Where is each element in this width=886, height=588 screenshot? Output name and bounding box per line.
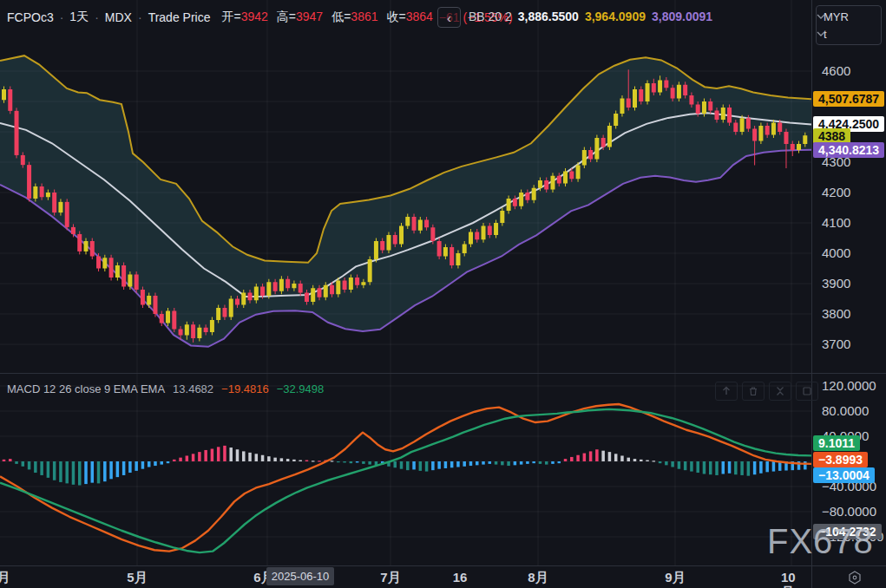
time-axis-settings-button[interactable] — [843, 569, 866, 586]
move-pane-up-button[interactable] — [715, 382, 738, 401]
candle — [594, 138, 599, 160]
candle — [46, 193, 50, 197]
candle — [399, 226, 404, 245]
candle — [532, 188, 536, 200]
candle — [507, 199, 511, 211]
candle — [368, 259, 372, 282]
bollinger-header: BB 20 2 3,886.5500 3,964.0909 3,809.0091 — [469, 10, 712, 23]
candle — [443, 247, 448, 257]
macd-histogram-bar — [393, 461, 397, 467]
candle — [646, 83, 650, 101]
macd-histogram-bar — [804, 461, 807, 469]
macd-histogram-bar — [22, 461, 25, 467]
collapse-indicator-button[interactable]: ‹ — [437, 7, 461, 28]
macd-histogram-bar — [40, 461, 43, 475]
macd-histogram-bar — [583, 454, 587, 461]
unit-selector[interactable]: t — [824, 28, 874, 41]
candle — [752, 129, 757, 141]
macd-histogram-bar — [646, 461, 649, 461]
axis-tick-label: 4600 — [822, 63, 850, 79]
macd-histogram-bar — [419, 461, 423, 471]
macd-histogram-bar — [400, 461, 404, 469]
candle — [84, 241, 89, 252]
macd-line — [0, 404, 811, 552]
axis-tick-label: −80.0000 — [822, 504, 876, 519]
chevron-down-icon — [817, 31, 825, 36]
candle — [33, 186, 37, 199]
macd-histogram-bar — [703, 461, 706, 474]
candle — [430, 227, 435, 241]
macd-histogram-bar — [601, 451, 605, 461]
macd-histogram-bar — [469, 461, 473, 466]
candle — [658, 81, 662, 93]
candle — [393, 235, 397, 245]
candle — [109, 258, 114, 278]
time-tick-label: 8月 — [528, 570, 548, 586]
crosshair-value-badge: −104.2732 — [813, 524, 882, 539]
candle — [758, 126, 763, 141]
macd-histogram-bar — [463, 461, 466, 467]
macd-histogram-bar — [747, 461, 751, 476]
pane-divider[interactable] — [0, 373, 886, 374]
macd-histogram-bar — [476, 461, 479, 465]
macd-histogram-bar — [350, 461, 353, 463]
candle — [702, 101, 706, 114]
candle — [330, 285, 334, 295]
bb-label: BB 20 2 — [469, 10, 512, 23]
candle — [361, 282, 365, 285]
candle — [557, 176, 561, 184]
macd-histogram-bar — [765, 461, 769, 472]
ohlc-item: 收=3864 — [387, 10, 433, 25]
candle — [797, 144, 801, 150]
axis-tick-label: 3700 — [822, 336, 850, 352]
currency-value: MYR — [824, 10, 849, 23]
axis-settings-box: MYR t — [816, 5, 882, 45]
candle — [733, 123, 738, 133]
macd-histogram-bar — [255, 454, 259, 461]
macd-histogram-bar — [198, 452, 201, 461]
maximize-pane-button[interactable] — [796, 382, 818, 401]
candle — [418, 220, 423, 231]
candle — [121, 265, 126, 287]
macd-pane[interactable] — [0, 374, 812, 565]
candle — [185, 324, 189, 335]
candle — [519, 193, 523, 206]
delete-pane-button[interactable] — [742, 382, 765, 401]
macd-histogram-bar — [715, 461, 719, 475]
macd-histogram-bar — [620, 455, 624, 461]
candle — [311, 288, 315, 302]
candle — [324, 285, 328, 297]
macd-axis[interactable]: 120.000080.000040.0000−40.0000−80.0000−1… — [812, 374, 886, 565]
macd-signal-value: −32.9498 — [277, 382, 325, 395]
candle — [222, 308, 226, 317]
currency-selector[interactable]: MYR — [824, 10, 874, 23]
macd-histogram-bar — [192, 454, 195, 461]
price-axis[interactable]: 460043004200410040003900380037004,507.67… — [812, 0, 886, 374]
candle — [58, 202, 62, 212]
candle — [671, 88, 675, 98]
macd-histogram-bar — [280, 458, 284, 461]
candle — [299, 284, 303, 293]
price-pane[interactable] — [0, 0, 812, 374]
macd-histogram-bar — [722, 461, 725, 474]
macd-histogram-bar — [305, 461, 309, 461]
macd-histogram-bar — [161, 461, 164, 465]
macd-histogram-bar — [356, 461, 359, 462]
candle — [494, 223, 498, 235]
candle — [721, 108, 725, 120]
macd-histogram-bar — [217, 447, 220, 461]
macd-histogram-bar — [141, 461, 145, 469]
candle — [305, 293, 309, 303]
time-axis[interactable]: 10月9月8月167月6月5月月 2025-06-10 — [0, 565, 812, 588]
interval-label[interactable]: 1天 — [69, 10, 89, 25]
candle — [784, 132, 788, 144]
macd-histogram-bar — [223, 446, 226, 461]
macd-histogram-bar — [78, 461, 82, 486]
macd-histogram-bar — [84, 461, 88, 484]
axis-tick-label: 3800 — [822, 306, 850, 322]
collapse-pane-button[interactable] — [769, 382, 791, 401]
time-tick-label: 16 — [453, 570, 468, 585]
candle — [550, 176, 555, 190]
macd-histogram-bar — [186, 455, 189, 461]
macd-histogram-bar — [65, 461, 69, 483]
